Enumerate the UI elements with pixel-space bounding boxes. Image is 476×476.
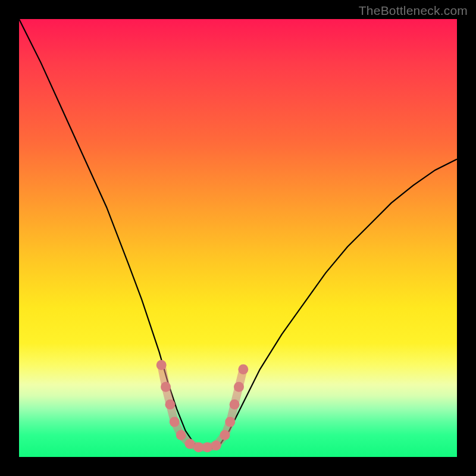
marker-dot <box>225 417 235 427</box>
marker-dot <box>220 430 230 440</box>
marker-dot <box>156 360 167 370</box>
marker-dot <box>238 364 248 374</box>
watermark-text: TheBottleneck.com <box>359 4 468 18</box>
plot-area <box>19 19 457 457</box>
marker-dot <box>170 417 180 427</box>
marker-dot <box>202 442 212 452</box>
marker-dot <box>165 399 175 409</box>
marker-dot <box>185 439 195 449</box>
marker-dot <box>211 440 221 450</box>
marker-group <box>156 360 249 452</box>
outer-frame: TheBottleneck.com <box>0 0 476 476</box>
marker-dot <box>161 382 171 392</box>
marker-dot <box>176 430 186 440</box>
chart-svg <box>19 19 457 457</box>
marker-dot <box>230 399 240 409</box>
marker-dot <box>234 382 244 392</box>
marker-dot <box>193 442 203 452</box>
